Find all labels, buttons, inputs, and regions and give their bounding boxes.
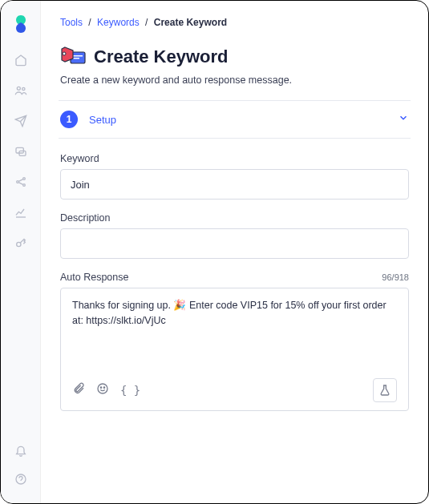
app-logo[interactable] bbox=[10, 14, 31, 34]
sidebar-bottom bbox=[14, 444, 27, 489]
description-input[interactable] bbox=[60, 228, 409, 259]
help-icon[interactable] bbox=[14, 473, 27, 489]
main-content: Tools / Keywords / Create Keyword Create… bbox=[41, 1, 428, 503]
bell-icon[interactable] bbox=[14, 444, 27, 460]
svg-point-5 bbox=[22, 178, 25, 180]
svg-rect-10 bbox=[73, 55, 83, 57]
svg-point-15 bbox=[103, 387, 104, 388]
svg-point-6 bbox=[22, 184, 25, 187]
svg-point-7 bbox=[16, 242, 20, 246]
char-count: 96/918 bbox=[382, 272, 409, 282]
page-title: Create Keyword bbox=[94, 46, 229, 67]
megaphone-icon bbox=[60, 44, 86, 70]
chevron-down-icon bbox=[398, 112, 409, 127]
response-toolbar: { } bbox=[72, 378, 397, 402]
auto-response-label: Auto Response bbox=[60, 272, 128, 283]
sidebar bbox=[1, 1, 41, 503]
page-subtitle: Create a new keyword and auto response m… bbox=[60, 75, 409, 86]
auto-response-box: Thanks for signing up. 🎉 Enter code VIP1… bbox=[60, 288, 409, 411]
template-vars-icon[interactable]: { } bbox=[120, 384, 140, 397]
attachment-icon[interactable] bbox=[72, 382, 85, 398]
svg-rect-11 bbox=[73, 58, 79, 59]
breadcrumb-tools[interactable]: Tools bbox=[60, 17, 83, 28]
send-icon[interactable] bbox=[14, 115, 27, 131]
keyword-input[interactable] bbox=[60, 169, 409, 200]
description-label: Description bbox=[60, 212, 409, 224]
analytics-icon[interactable] bbox=[14, 206, 27, 222]
svg-point-0 bbox=[17, 87, 20, 90]
nav-icons bbox=[14, 54, 27, 252]
svg-point-4 bbox=[16, 181, 18, 183]
step-setup[interactable]: 1 Setup bbox=[59, 100, 411, 139]
svg-point-14 bbox=[100, 387, 101, 388]
keyword-label: Keyword bbox=[60, 153, 409, 164]
share-icon[interactable] bbox=[14, 175, 27, 192]
flask-button[interactable] bbox=[373, 378, 397, 402]
breadcrumb-current: Create Keyword bbox=[154, 17, 227, 28]
svg-point-13 bbox=[98, 384, 107, 393]
step-label: Setup bbox=[89, 114, 116, 126]
home-icon[interactable] bbox=[14, 54, 27, 70]
emoji-icon[interactable] bbox=[96, 382, 109, 398]
breadcrumb-keywords[interactable]: Keywords bbox=[97, 17, 140, 28]
svg-point-12 bbox=[63, 52, 66, 55]
key-icon[interactable] bbox=[14, 236, 27, 252]
breadcrumb: Tools / Keywords / Create Keyword bbox=[60, 17, 409, 28]
auto-response-input[interactable]: Thanks for signing up. 🎉 Enter code VIP1… bbox=[72, 298, 397, 370]
step-number: 1 bbox=[60, 111, 78, 128]
people-icon[interactable] bbox=[14, 84, 27, 100]
chat-icon[interactable] bbox=[14, 145, 27, 161]
svg-point-1 bbox=[22, 87, 24, 90]
